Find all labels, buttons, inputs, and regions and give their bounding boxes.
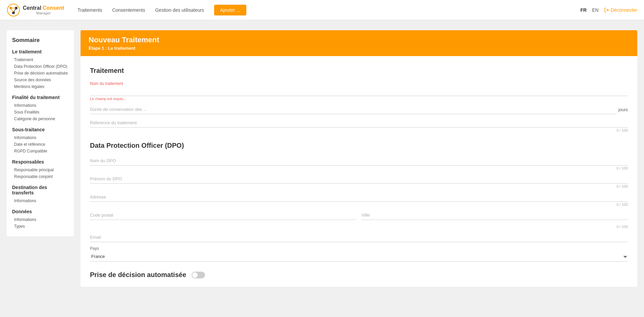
duree-conservation-input[interactable] <box>90 105 616 114</box>
sidebar-item-soustraitance-informations[interactable]: Informations <box>12 134 68 141</box>
code-postal-field <box>90 211 356 220</box>
sidebar-item-sous-finalites[interactable]: Sous Finalités <box>12 109 68 116</box>
code-postal-input[interactable] <box>90 211 356 220</box>
pays-label: Pays <box>90 246 628 251</box>
sidebar-section-donnees: Données <box>12 209 68 214</box>
logo-text: Central Consent Manager <box>23 5 64 15</box>
sidebar-item-date-reference[interactable]: Date et référence <box>12 141 68 148</box>
nav-links: Traitements Consentements Gestion des ut… <box>78 5 580 15</box>
dpo-section-title: Data Protection Officer (DPO) <box>90 142 628 149</box>
ville-input[interactable] <box>362 211 628 220</box>
ajouter-button[interactable]: Ajouter ... <box>214 5 246 15</box>
logo-manager: Manager <box>23 11 64 15</box>
sidebar-item-source-donnees[interactable]: Source des données <box>12 77 68 83</box>
reference-traitement-input[interactable] <box>90 118 628 128</box>
form-container: Traitement Nom du traitement Le champ es… <box>81 56 637 287</box>
reference-traitement-field: 0 / 100 <box>90 118 628 132</box>
nom-traitement-input[interactable] <box>90 87 628 96</box>
logo-icon <box>7 3 20 17</box>
page-header: Nouveau Traitement Étape 1 : Le traiteme… <box>81 30 637 56</box>
page-wrapper: Sommaire Le traitement Traitement Data P… <box>0 20 644 317</box>
step-value: Le traitement <box>108 46 136 51</box>
cp-ville-counter: 0 / 100 <box>90 225 628 229</box>
email-dpo-field <box>90 233 628 242</box>
deconnect-button[interactable]: Déconnecter <box>604 7 637 13</box>
lang-fr-button[interactable]: FR <box>580 7 587 13</box>
nom-traitement-field: Nom du traitement Le champ est requis... <box>90 81 628 101</box>
adresse-dpo-field: 0 / 100 <box>90 192 628 207</box>
navbar-right: FR EN Déconnecter <box>580 7 637 13</box>
prise-decision-section: Prise de décision automatisée <box>90 271 628 279</box>
logo-central: Central <box>23 5 41 11</box>
sidebar-item-responsable-conjoint[interactable]: Responsable conjoint <box>12 173 68 180</box>
cp-ville-field: 0 / 100 <box>90 211 628 229</box>
nom-dpo-counter: 0 / 100 <box>90 166 628 170</box>
nom-dpo-field: 0 / 100 <box>90 156 628 170</box>
sidebar-item-responsable-principal[interactable]: Responsable principal <box>12 167 68 173</box>
reference-counter: 0 / 100 <box>90 128 628 132</box>
adresse-dpo-input[interactable] <box>90 192 628 202</box>
email-dpo-input[interactable] <box>90 233 628 242</box>
sidebar-section-finalite: Finalité du traitement <box>12 95 68 100</box>
nom-traitement-error: Le champ est requis... <box>90 97 628 101</box>
main-content: Nouveau Traitement Étape 1 : Le traiteme… <box>81 30 637 307</box>
sidebar-item-traitement[interactable]: Traitement <box>12 56 68 63</box>
sidebar-item-donnees-types[interactable]: Types <box>12 223 68 230</box>
step-label: Étape 1 : <box>89 46 107 51</box>
logo: Central Consent Manager <box>7 3 64 17</box>
prenom-dpo-counter: 0 / 100 <box>90 184 628 188</box>
sidebar-item-donnees-informations[interactable]: Informations <box>12 216 68 223</box>
nav-traitements[interactable]: Traitements <box>78 7 102 13</box>
nom-dpo-input[interactable] <box>90 156 628 166</box>
deconnect-label: Déconnecter <box>611 7 637 13</box>
sidebar-item-categorie-personne[interactable]: Catégorie de personne <box>12 116 68 122</box>
sidebar-item-dpo[interactable]: Data Protection Officer (DPO) <box>12 63 68 70</box>
logo-consent: Consent <box>43 5 64 11</box>
duree-conservation-field: jours <box>90 105 628 114</box>
sidebar-section-destination-transferts: Destination des transferts <box>12 185 68 195</box>
sidebar-title: Sommaire <box>12 37 68 44</box>
lang-en-button[interactable]: EN <box>592 7 598 13</box>
sidebar-item-rgpd-compatible[interactable]: RGPD Compatible <box>12 148 68 154</box>
sidebar-item-mentions-legales[interactable]: Mentions légales <box>12 83 68 90</box>
adresse-dpo-counter: 0 / 100 <box>90 202 628 207</box>
sidebar: Sommaire Le traitement Traitement Data P… <box>7 30 74 236</box>
sidebar-item-destination-informations[interactable]: Informations <box>12 197 68 204</box>
svg-point-0 <box>7 4 19 16</box>
deconnect-icon <box>604 7 609 13</box>
prise-decision-title: Prise de décision automatisée <box>90 271 186 279</box>
sidebar-section-le-traitement: Le traitement <box>12 49 68 54</box>
prenom-dpo-input[interactable] <box>90 174 628 184</box>
nav-consentements[interactable]: Consentements <box>112 7 145 13</box>
duree-unit: jours <box>618 107 628 114</box>
pays-field: Pays France Belgique Suisse Allemagne Es… <box>90 246 628 262</box>
page-header-subtitle: Étape 1 : Le traitement <box>89 46 629 51</box>
ville-field <box>362 211 628 220</box>
navbar: Central Consent Manager Traitements Cons… <box>0 0 644 20</box>
page-header-title: Nouveau Traitement <box>89 36 629 44</box>
sidebar-item-prise-decision[interactable]: Prise de décision automatisée <box>12 70 68 77</box>
pays-select[interactable]: France Belgique Suisse Allemagne Espagne… <box>90 252 628 262</box>
nav-gestion-utilisateurs[interactable]: Gestion des utilisateurs <box>155 7 204 13</box>
svg-line-5 <box>11 8 13 13</box>
traitement-section-title: Traitement <box>90 67 628 75</box>
nom-traitement-label: Nom du traitement <box>90 81 628 86</box>
sidebar-section-sous-traitance: Sous-traitance <box>12 127 68 132</box>
prise-decision-toggle[interactable] <box>192 272 205 278</box>
sidebar-item-finalite-informations[interactable]: Informations <box>12 102 68 109</box>
prenom-dpo-field: 0 / 100 <box>90 174 628 188</box>
sidebar-section-responsables: Responsables <box>12 159 68 165</box>
svg-line-6 <box>13 8 16 13</box>
